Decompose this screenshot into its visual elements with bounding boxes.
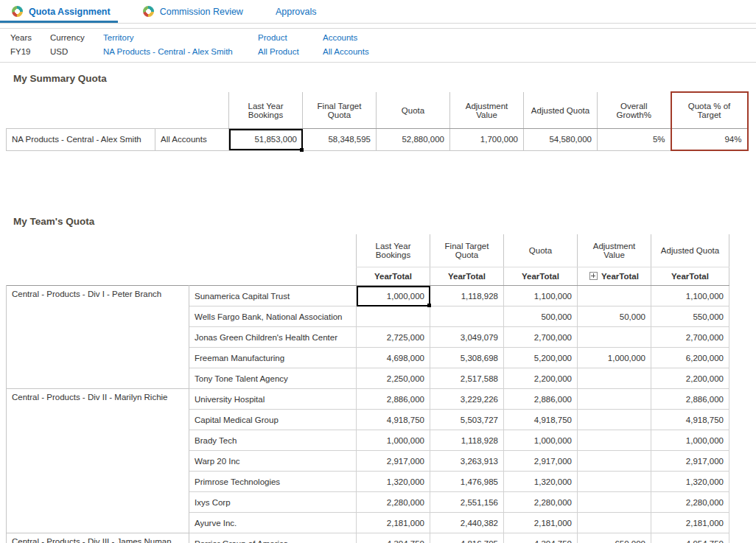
team-value-cell[interactable]: 2,181,000 [504,513,578,533]
summary-section: My Summary Quota Last Year BookingsFinal… [0,73,756,151]
tab-quota-assignment[interactable]: Quota Assignment [9,0,113,23]
team-value-cell[interactable]: 50,000 [578,306,651,327]
team-value-cell[interactable]: 2,551,156 [430,492,504,513]
team-value-cell[interactable]: 2,917,000 [357,451,430,472]
pov-bar: Years FY19 Currency USD Territory NA Pro… [0,28,756,63]
summary-value-cell[interactable]: 5% [598,129,671,151]
team-subheader: YearTotal [504,267,578,286]
summary-quota-grid: Last Year BookingsFinal Target QuotaQuot… [6,91,749,151]
team-value-cell[interactable]: 4,918,750 [357,410,430,430]
team-value-cell[interactable] [578,389,651,410]
team-value-cell[interactable]: 2,181,000 [357,513,430,533]
team-value-cell[interactable]: 1,000,000 [504,430,578,451]
team-value-cell[interactable]: 1,100,000 [504,286,578,306]
pov-product-value[interactable]: All Product [258,47,323,56]
team-value-cell[interactable]: 2,700,000 [651,327,729,348]
team-value-cell[interactable]: 2,280,000 [651,492,729,513]
team-value-cell[interactable]: 2,517,588 [430,368,504,389]
team-value-cell[interactable] [578,472,651,492]
team-value-cell[interactable]: 2,440,382 [430,513,504,533]
team-value-cell[interactable]: 2,700,000 [504,327,578,348]
summary-value-cell[interactable]: 1,700,000 [450,129,524,151]
expand-icon[interactable] [589,272,598,280]
team-value-cell[interactable]: 2,886,000 [357,389,430,410]
team-value-cell[interactable]: 1,118,928 [430,430,504,451]
team-value-cell[interactable]: 1,000,000 [578,348,651,368]
team-value-cell[interactable] [357,306,430,327]
team-column-header: Final Target Quota [430,234,504,267]
team-value-cell[interactable]: 1,320,000 [504,472,578,492]
team-value-cell[interactable] [578,286,651,306]
team-value-cell[interactable]: 2,200,000 [504,368,578,389]
team-value-cell[interactable]: 1,000,000 [357,286,430,306]
team-column-header: Quota [504,234,578,267]
account-cell: Capital Medical Group [189,410,357,430]
team-value-cell[interactable]: 3,229,226 [430,389,504,410]
team-row: Central - Products - Div II - Marilyn Ri… [7,389,729,410]
team-value-cell[interactable]: 4,954,750 [651,533,729,543]
team-value-cell[interactable]: 5,200,000 [504,348,578,368]
team-value-cell[interactable]: 2,200,000 [651,368,729,389]
pov-territory-value[interactable]: NA Products - Central - Alex Smith [103,47,258,56]
team-value-cell[interactable]: 1,320,000 [651,472,729,492]
team-value-cell[interactable]: 500,000 [504,306,578,327]
summary-value-cell[interactable]: 58,348,595 [303,129,377,151]
team-value-cell[interactable]: 4,918,750 [504,410,578,430]
summary-column-header: Overall Growth% [598,92,671,129]
pov-years-label: Years [10,33,50,42]
summary-value-cell[interactable]: 52,880,000 [377,129,450,151]
team-value-cell[interactable]: 4,918,750 [651,410,729,430]
team-value-cell[interactable]: 2,917,000 [504,451,578,472]
summary-value-cell[interactable]: 94% [671,129,748,151]
team-value-cell[interactable]: 1,118,928 [430,286,504,306]
team-value-cell[interactable]: 1,320,000 [357,472,430,492]
team-value-cell[interactable]: 2,181,000 [651,513,729,533]
team-value-cell[interactable] [578,327,651,348]
team-value-cell[interactable] [578,430,651,451]
tab-approvals-label: Approvals [276,7,317,17]
team-value-cell[interactable] [430,306,504,327]
team-value-cell[interactable]: 2,280,000 [504,492,578,513]
summary-value-cell[interactable]: 54,580,000 [524,129,598,151]
summary-column-header: Adjustment Value [450,92,524,129]
summary-value-cell[interactable]: 51,853,000 [229,129,303,151]
team-value-cell[interactable]: 2,280,000 [357,492,430,513]
summary-header-blank-2 [155,92,229,129]
team-value-cell[interactable]: 2,250,000 [357,368,430,389]
team-body: Central - Products - Div I - Peter Branc… [7,286,729,543]
team-value-cell[interactable]: 4,304,750 [504,533,578,543]
team-value-cell[interactable] [578,513,651,533]
team-value-cell[interactable]: 550,000 [651,306,729,327]
team-value-cell[interactable]: 1,000,000 [357,430,430,451]
team-value-cell[interactable] [578,451,651,472]
team-value-cell[interactable] [578,492,651,513]
pov-product-label[interactable]: Product [258,33,323,42]
team-value-cell[interactable]: 650,000 [578,533,651,543]
team-value-cell[interactable]: 1,000,000 [651,430,729,451]
team-quota-grid: Last Year BookingsFinal Target QuotaQuot… [6,234,729,543]
team-section: My Team's Quota Last Year BookingsFinal … [0,216,756,543]
pov-territory-label[interactable]: Territory [103,33,258,42]
team-value-cell[interactable]: 4,816,705 [430,533,504,543]
team-value-cell[interactable] [578,410,651,430]
team-value-cell[interactable]: 2,886,000 [504,389,578,410]
team-value-cell[interactable]: 2,886,000 [651,389,729,410]
team-value-cell[interactable]: 3,263,913 [430,451,504,472]
team-value-cell[interactable]: 5,503,727 [430,410,504,430]
team-value-cell[interactable] [578,368,651,389]
tab-commission-review[interactable]: Commission Review [140,0,246,23]
team-value-cell[interactable]: 6,200,000 [651,348,729,368]
pov-accounts-label[interactable]: Accounts [323,33,369,42]
tab-approvals[interactable]: Approvals [273,0,320,23]
team-value-cell[interactable]: 2,725,000 [357,327,430,348]
team-value-cell[interactable]: 4,304,750 [357,533,430,543]
tab-quota-assignment-label: Quota Assignment [29,7,111,17]
team-value-cell[interactable]: 3,049,079 [430,327,504,348]
team-value-cell[interactable]: 2,917,000 [651,451,729,472]
account-cell: Ayurve Inc. [189,513,357,533]
team-value-cell[interactable]: 5,308,698 [430,348,504,368]
team-value-cell[interactable]: 1,100,000 [651,286,729,306]
team-value-cell[interactable]: 4,698,000 [357,348,430,368]
pov-accounts-value[interactable]: All Accounts [323,47,369,56]
team-value-cell[interactable]: 1,476,985 [430,472,504,492]
